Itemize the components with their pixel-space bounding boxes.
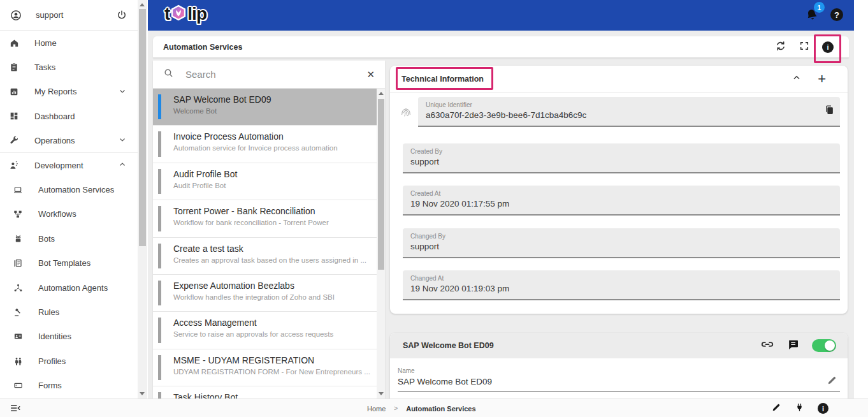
item-accent-bar (158, 244, 161, 268)
copy-icon[interactable] (824, 104, 835, 119)
item-accent-bar (158, 206, 161, 231)
home-icon (8, 37, 20, 48)
item-accent-bar (158, 392, 161, 399)
sidebar-item-operations[interactable]: Operations (0, 129, 138, 153)
toggle-knob (825, 340, 835, 351)
sidebar-nav: Home Tasks My Reports Dashboard Operatio… (0, 31, 138, 398)
app-header: t lip 1 ? (148, 0, 854, 31)
service-list-item[interactable]: SAP Welcome Bot ED09 Welcome Bot (153, 89, 377, 126)
service-list: SAP Welcome Bot ED09 Welcome Bot Invoice… (153, 89, 377, 399)
service-list-item[interactable]: Task History Bot (153, 386, 377, 399)
robot-icon (12, 233, 24, 244)
sidebar-item-automation-agents[interactable]: Automation Agents (0, 275, 138, 300)
service-list-item[interactable]: MSME - UDYAM REGISTERATION UDYAM REGISTR… (153, 349, 377, 386)
scroll-up-arrow[interactable] (140, 3, 145, 6)
list-scrollbar[interactable] (377, 89, 385, 399)
sidebar-item-workflows[interactable]: Workflows (0, 202, 138, 226)
changed-at-field: Changed At 19 Nov 2020 01:19:03 pm (403, 270, 840, 300)
scroll-down-arrow[interactable] (379, 392, 384, 395)
tulip-logo[interactable]: t lip (164, 4, 206, 24)
sidebar-item-dashboard[interactable]: Dashboard (0, 104, 138, 128)
item-accent-bar (158, 281, 161, 305)
service-detail-title: SAP Welcome Bot ED09 (403, 341, 494, 350)
item-accent-bar (158, 131, 161, 156)
info-icon[interactable]: i (818, 403, 828, 414)
help-icon[interactable]: ? (830, 8, 843, 21)
service-list-panel: ✕ SAP Welcome Bot ED09 Welcome Bot Invoi… (153, 61, 385, 399)
item-accent-bar (158, 318, 161, 342)
sidebar-item-rules[interactable]: Rules (0, 300, 138, 324)
service-list-item[interactable]: Create a test task Creates an approval t… (153, 238, 377, 275)
bottom-bar: Home > Automation Services i (0, 399, 868, 417)
sidebar: support Home Tasks My Reports Dashboard … (0, 0, 138, 399)
info-icon[interactable]: i (822, 41, 834, 53)
scroll-down-arrow[interactable] (140, 392, 145, 395)
add-icon[interactable]: + (818, 72, 826, 86)
user-row: support (0, 0, 138, 31)
monitor-icon (12, 184, 24, 196)
service-detail-header: SAP Welcome Bot ED09 (390, 333, 848, 358)
clear-search-icon[interactable]: ✕ (366, 69, 375, 80)
service-list-item[interactable]: Torrent Power - Bank Reconciliation Work… (153, 200, 377, 237)
sidebar-item-identities[interactable]: Identities (0, 325, 138, 349)
technical-information-card: Technical Information + Unique Identifie… (390, 66, 848, 314)
forms-input-icon (12, 380, 24, 391)
service-list-item[interactable]: Invoice Process Automation Automation se… (153, 126, 377, 163)
created-at-field: Created At 19 Nov 2020 01:17:55 pm (403, 186, 840, 216)
tulip-flower-icon (170, 4, 187, 24)
created-by-field: Created By support (403, 143, 840, 173)
item-accent-bar (158, 355, 161, 380)
development-icon (8, 159, 20, 171)
scrollbar-thumb[interactable] (139, 9, 146, 246)
sidebar-item-forms[interactable]: Forms (0, 373, 138, 397)
service-list-item[interactable]: Expense Automation Beezlabs Workflow han… (153, 275, 377, 312)
refresh-icon[interactable] (775, 40, 786, 54)
sidebar-item-my-reports[interactable]: My Reports (0, 80, 138, 104)
breadcrumb-current[interactable]: Automation Services (406, 405, 475, 413)
comment-icon[interactable] (787, 339, 799, 353)
user-avatar-icon (10, 10, 22, 21)
logout-power-icon[interactable] (116, 10, 127, 21)
id-card-icon (12, 331, 24, 342)
scroll-up-arrow[interactable] (379, 92, 384, 95)
sidebar-scrollbar[interactable] (138, 0, 147, 399)
chevron-down-icon (119, 135, 126, 146)
workflow-tree-icon (12, 208, 24, 220)
service-list-item[interactable]: Audit Profile Bot Audit Profile Bot (153, 163, 377, 200)
sidebar-item-tasks[interactable]: Tasks (0, 55, 138, 79)
collapse-menu-icon[interactable] (9, 402, 22, 416)
service-list-item[interactable]: Access Management Service to raise an ap… (153, 312, 377, 349)
breadcrumb-home[interactable]: Home (367, 405, 386, 413)
notification-count-badge[interactable]: 1 (814, 2, 825, 13)
plug-icon[interactable] (795, 402, 804, 415)
operations-wrench-icon (8, 135, 20, 146)
service-detail-card: SAP Welcome Bot ED09 Name SAP Welcome Bo… (390, 333, 848, 400)
sidebar-item-profiles[interactable]: Profiles (0, 349, 138, 373)
search-input[interactable] (185, 69, 361, 80)
rules-gavel-icon (12, 306, 24, 318)
tasks-clipboard-icon (8, 62, 20, 73)
collapse-chevron-up-icon[interactable] (792, 73, 801, 85)
technical-information-title: Technical Information (401, 75, 484, 84)
technical-information-header: Technical Information + (390, 66, 848, 92)
page-title: Automation Services (163, 43, 242, 52)
search-icon (163, 68, 174, 81)
enabled-toggle[interactable] (812, 339, 836, 352)
link-icon[interactable] (760, 337, 774, 354)
item-accent-bar (158, 169, 161, 194)
scrollbar-thumb[interactable] (378, 99, 384, 270)
chevron-down-icon (119, 86, 126, 98)
fullscreen-icon[interactable] (799, 41, 809, 54)
fingerprint-icon (400, 106, 412, 121)
sidebar-item-automation-services[interactable]: Automation Services (0, 177, 138, 201)
breadcrumb: Home > Automation Services (367, 399, 476, 417)
sidebar-item-home[interactable]: Home (0, 31, 138, 55)
sidebar-item-bots[interactable]: Bots (0, 226, 138, 251)
sidebar-item-development[interactable]: Development (0, 153, 138, 177)
edit-pencil-icon[interactable] (771, 402, 781, 415)
sidebar-item-bot-templates[interactable]: Bot Templates (0, 251, 138, 275)
edit-pencil-icon[interactable] (827, 375, 837, 388)
user-name: support (36, 10, 116, 20)
name-field[interactable]: Name SAP Welcome Bot ED09 (390, 358, 848, 392)
item-accent-bar (158, 94, 161, 119)
